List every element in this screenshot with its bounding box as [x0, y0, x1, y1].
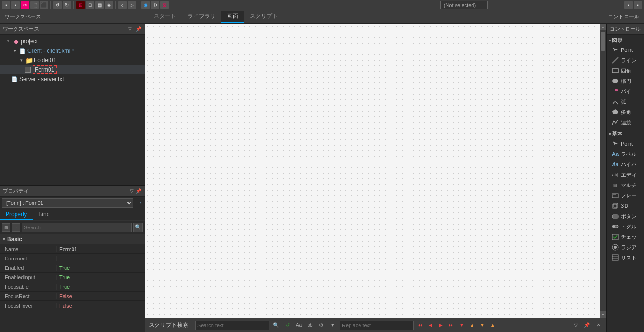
toolbar-icon-15[interactable]: ⚙ — [151, 1, 159, 9]
script-search-input[interactable] — [195, 321, 269, 330]
toolbar-icon-3[interactable]: ✂ — [21, 1, 29, 9]
shape-item-list[interactable]: リスト — [607, 252, 644, 263]
script-search-pin[interactable]: 📌 — [583, 321, 591, 330]
search-case-icon[interactable]: Aa — [294, 321, 303, 330]
prop-sort-icon[interactable]: ↕ — [12, 223, 20, 232]
toolbar-icon-7[interactable]: ↻ — [63, 1, 71, 9]
search-dropdown-icon[interactable]: ▾ — [328, 321, 337, 330]
tree-item-client[interactable]: ▾ 📄 Client - client.xml * — [0, 46, 145, 56]
toolbar-icon-8[interactable]: ⊞ — [76, 1, 85, 9]
tree-item-form01[interactable]: Form01 — [0, 65, 145, 74]
shape-item-checkbox[interactable]: チェッ — [607, 232, 644, 242]
canvas-dotted[interactable] — [145, 24, 606, 318]
shape-item-hyperlink[interactable]: Aa ハイパ — [607, 159, 644, 170]
toolbar-icon-17[interactable]: ▪ — [624, 1, 633, 9]
nav-last-icon[interactable]: ⏭ — [448, 322, 455, 329]
toolbar-icon-5[interactable]: ⬛ — [40, 1, 48, 9]
nav-next-icon[interactable]: ▶ — [437, 322, 445, 329]
shape-item-3d[interactable]: 3Ｄ — [607, 201, 644, 211]
shape-label-line: ライン — [621, 57, 636, 64]
shape-group-header-zukei[interactable]: ▾ 図形 — [607, 36, 644, 45]
workspace-panel-header: ワークスペース ▽ 📌 — [0, 24, 145, 35]
workspace-collapse-icon[interactable]: ▽ — [127, 26, 133, 32]
shape-label-polygon: 多角 — [621, 109, 631, 116]
nav-down-icon[interactable]: ▼ — [479, 322, 486, 329]
shape-item-label[interactable]: Aa ラベル — [607, 149, 644, 159]
prop-row-focushover[interactable]: FocusHover False — [0, 301, 145, 310]
shape-item-polyline[interactable]: 連続 — [607, 117, 644, 128]
prop-search-input[interactable] — [22, 223, 132, 232]
script-replace-input[interactable] — [340, 321, 414, 330]
toolbar-icon-9[interactable]: ⊡ — [86, 1, 94, 9]
shape-item-edit[interactable]: ab| エディ — [607, 170, 644, 180]
prop-row-comment[interactable]: Comment — [0, 254, 145, 263]
toolbar-icon-11[interactable]: ◈ — [105, 1, 113, 9]
tab-library[interactable]: ライブラリ — [182, 11, 221, 23]
toolbar-icon-14[interactable]: ◉ — [141, 1, 150, 9]
prop-group-basic[interactable]: ▾ Basic — [0, 234, 145, 244]
toolbar-icon-2[interactable]: ▪ — [11, 1, 20, 9]
shape-item-line[interactable]: ライン — [607, 55, 644, 65]
prop-search-btn[interactable]: 🔍 — [133, 223, 143, 232]
script-search-close[interactable]: ✕ — [594, 321, 603, 330]
shape-item-polygon[interactable]: 多角 — [607, 107, 644, 117]
scroll-up-btn[interactable]: ▲ — [600, 24, 606, 30]
toolbar-icon-13[interactable]: ▷ — [128, 1, 136, 9]
nav-replace-down-icon[interactable]: ▼ — [458, 322, 465, 329]
scroll-thumb[interactable] — [601, 32, 605, 51]
tab-start[interactable]: スタート — [148, 11, 182, 23]
prop-row-focusable[interactable]: Focusable True — [0, 282, 145, 292]
tree-item-project[interactable]: ▾ ◆ project — [0, 37, 145, 46]
search-word-icon[interactable]: 'ab' — [306, 321, 314, 330]
shape-label-multiline: マルチ — [621, 182, 636, 189]
toolbar-icon-1[interactable]: ▪ — [2, 1, 10, 9]
prop-row-focusrect[interactable]: FocusRect False — [0, 292, 145, 301]
shape-item-frame[interactable]: フレー — [607, 190, 644, 201]
shape-item-toggle[interactable]: トグル — [607, 221, 644, 232]
toolbar-icon-4[interactable]: ⬚ — [30, 1, 39, 9]
shape-item-pie[interactable]: パイ — [607, 86, 644, 97]
prop-row-enabled[interactable]: Enabled True — [0, 263, 145, 273]
nav-up-icon[interactable]: ▲ — [468, 322, 476, 329]
shape-item-radio[interactable]: ラジア — [607, 242, 644, 252]
prop-key-enabledinput: EnabledInput — [0, 275, 57, 280]
prop-grid-icon[interactable]: ⊞ — [2, 223, 10, 232]
prop-form-selector[interactable]: [Form] : Form01 — [2, 198, 133, 208]
search-settings-icon[interactable]: ⚙ — [317, 321, 326, 330]
prop-pin-icon[interactable]: 📌 — [135, 188, 142, 194]
tree-item-folder01[interactable]: ▾ 📁 Folder01 — [0, 56, 145, 65]
canvas-scrollbar-v[interactable]: ▲ ▼ — [600, 24, 606, 318]
workspace-pin-icon[interactable]: 📌 — [135, 26, 142, 32]
prop-row-enabledinput[interactable]: EnabledInput True — [0, 273, 145, 282]
shape-group-header-basic[interactable]: ▾ 基本 — [607, 130, 644, 138]
prop-tab-property[interactable]: Property — [0, 209, 33, 220]
shape-item-point1[interactable]: Point — [607, 45, 644, 55]
prop-row-name[interactable]: Name Form01 — [0, 244, 145, 254]
prop-tab-bind[interactable]: Bind — [33, 209, 55, 220]
shape-item-point2[interactable]: Point — [607, 138, 644, 149]
toolbar-icon-6[interactable]: ↺ — [53, 1, 62, 9]
nav-first-icon[interactable]: ⏮ — [416, 322, 424, 329]
prop-nav-icon[interactable]: ⇒ — [135, 199, 143, 207]
script-search-minimize[interactable]: ▽ — [571, 321, 580, 330]
scroll-track[interactable] — [600, 30, 606, 311]
nav-prev-icon[interactable]: ◀ — [427, 322, 434, 329]
shape-item-multiline[interactable]: ▤ マルチ — [607, 180, 644, 190]
search-execute-icon[interactable]: 🔍 — [272, 321, 280, 330]
scroll-down-btn[interactable]: ▼ — [600, 311, 606, 318]
tab-screen[interactable]: 画面 — [221, 11, 244, 23]
shape-item-ellipse[interactable]: 楕円 — [607, 76, 644, 86]
toolbar-icon-18[interactable]: ▪ — [634, 1, 642, 9]
canvas-container[interactable]: ▲ ▼ — [145, 24, 606, 318]
shape-item-button[interactable]: ボタン — [607, 211, 644, 221]
toolbar-icon-16[interactable]: ⊠ — [160, 1, 169, 9]
nav-replace-up-icon[interactable]: ▲ — [489, 322, 497, 329]
prop-collapse-icon[interactable]: ▽ — [129, 188, 135, 194]
search-loop-icon[interactable]: ↺ — [283, 321, 292, 330]
toolbar-icon-12[interactable]: ◁ — [118, 1, 127, 9]
tab-script[interactable]: スクリプト — [244, 11, 284, 23]
tree-item-server[interactable]: 📄 Server - server.txt — [0, 74, 145, 84]
shape-item-arc[interactable]: 弧 — [607, 97, 644, 107]
shape-item-rect[interactable]: 四角 — [607, 65, 644, 76]
toolbar-icon-10[interactable]: ▦ — [95, 1, 104, 9]
